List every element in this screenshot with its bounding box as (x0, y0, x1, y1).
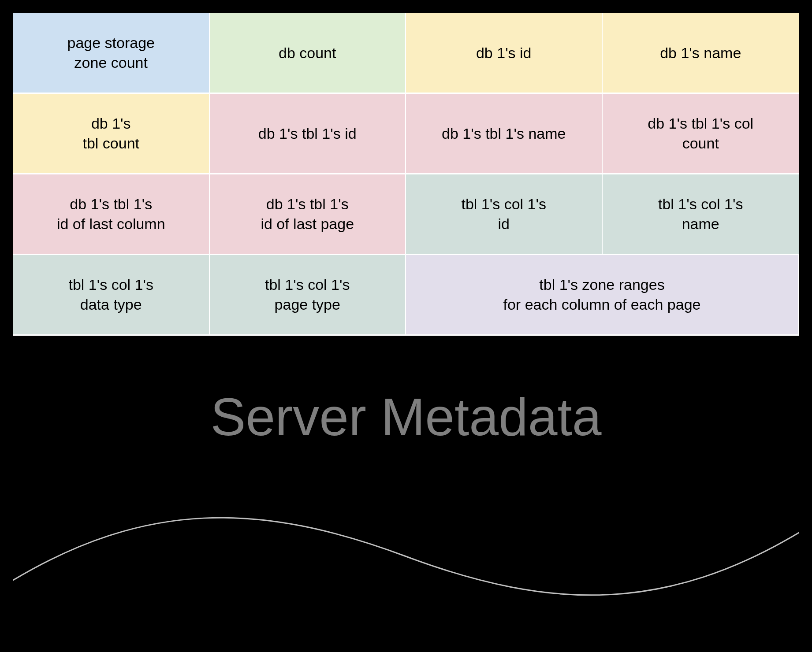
cell-db1-tbl-count: db 1's tbl count (13, 94, 210, 174)
cell-db1-id: db 1's id (406, 13, 603, 94)
cell-page-storage-zone-count: page storage zone count (13, 13, 210, 94)
footer-title: Server Metadata (210, 386, 601, 447)
cell-db1-tbl1-last-column-id: db 1's tbl 1's id of last column (13, 174, 210, 255)
cell-db1-name: db 1's name (603, 13, 799, 94)
cell-tbl1-col1-name: tbl 1's col 1's name (603, 174, 799, 255)
cell-tbl1-col1-page-type: tbl 1's col 1's page type (210, 255, 406, 336)
cell-tbl1-zone-ranges: tbl 1's zone ranges for each column of e… (406, 255, 799, 336)
torn-edge (12, 479, 800, 616)
cell-db1-tbl1-id: db 1's tbl 1's id (210, 94, 406, 174)
cell-db1-tbl1-last-page-id: db 1's tbl 1's id of last page (210, 174, 406, 255)
cell-tbl1-col1-data-type: tbl 1's col 1's data type (13, 255, 210, 336)
diagram-footer: Server Metadata (13, 336, 799, 615)
cell-db1-tbl1-name: db 1's tbl 1's name (406, 94, 603, 174)
server-metadata-diagram: page storage zone count db count db 1's … (12, 12, 800, 616)
cell-tbl1-col1-id: tbl 1's col 1's id (406, 174, 603, 255)
cell-db1-tbl1-col-count: db 1's tbl 1's col count (603, 94, 799, 174)
metadata-grid: page storage zone count db count db 1's … (13, 13, 799, 336)
cell-db-count: db count (210, 13, 406, 94)
